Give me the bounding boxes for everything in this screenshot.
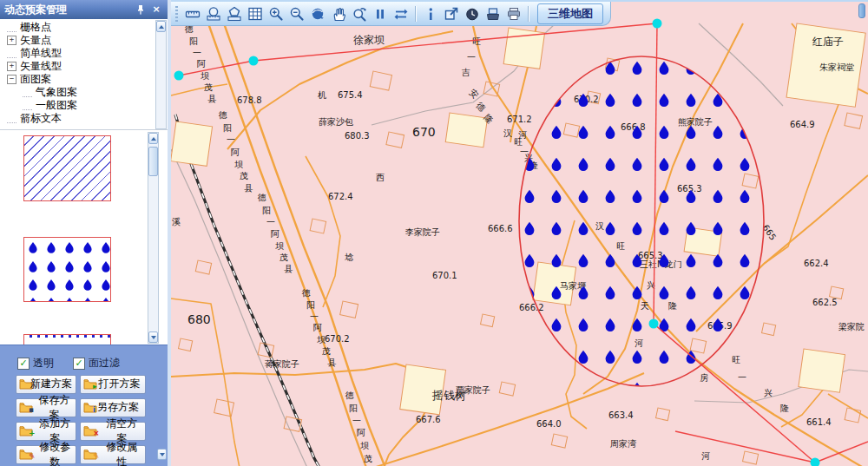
close-icon[interactable]: × [150, 3, 162, 16]
map-viewport[interactable]: 徐家坝红庙子朱家祠堂678.8机675.4薛家沙包680.3670671.267… [171, 0, 868, 466]
expand-icon[interactable]: + [7, 36, 16, 45]
plan-button-打开方案[interactable]: ▸打开方案 [80, 375, 146, 394]
badge-info-icon: i [93, 406, 95, 414]
save-icon[interactable] [483, 4, 503, 23]
plan-vertex-handle[interactable] [174, 71, 184, 81]
tree-scrollbar[interactable] [155, 20, 167, 129]
pattern-swatch-hatch[interactable] [23, 135, 111, 201]
plan-button-label: 新建方案 [30, 377, 72, 391]
tree-item-气象图案[interactable]: 气象图案 [0, 86, 153, 99]
pause-icon[interactable] [371, 4, 390, 23]
badge-save-icon: ▪ [29, 406, 34, 414]
toolbar-separator [528, 6, 529, 22]
pattern-scrollbar[interactable] [148, 132, 159, 344]
checkbox-box[interactable]: ✓ [73, 358, 85, 370]
impact-zone-circle[interactable] [519, 56, 764, 386]
map-label: 李家院子 [405, 227, 440, 237]
print-icon[interactable] [504, 4, 523, 23]
info-icon[interactable] [421, 4, 440, 23]
pattern-swatch-raindrop[interactable] [23, 237, 111, 302]
checkbox-box[interactable]: ✓ [17, 358, 30, 370]
map-label: 德 [218, 110, 227, 120]
tree-item-简单线型[interactable]: 简单线型 [0, 47, 153, 60]
tree-item-面图案[interactable]: −面图案 [0, 73, 153, 86]
tree-connector [23, 102, 32, 110]
map-label: 县 [327, 358, 337, 367]
pan-icon[interactable] [329, 4, 348, 23]
map-label: 一 [738, 372, 746, 382]
tree-item-矢量线型[interactable]: +矢量线型 [0, 60, 153, 73]
panel-scroll-down-icon[interactable] [157, 449, 167, 460]
export-icon[interactable] [442, 4, 461, 23]
raindrop-glyph [65, 261, 73, 272]
badge-edit-icon: ✎ [29, 453, 36, 461]
map-label: 663.4 [608, 410, 634, 420]
clock-icon[interactable] [463, 4, 482, 23]
plan-button-保存方案[interactable]: ▪保存方案 [16, 398, 76, 417]
pattern-scroll-thumb[interactable] [148, 147, 158, 176]
map-label: 河 [701, 451, 710, 461]
tree-item-一般图案[interactable]: 一般图案 [0, 99, 153, 112]
map-label: 阳 [349, 404, 358, 413]
map-3d-button[interactable]: 三维地图 [537, 3, 603, 24]
tree-connector [23, 89, 32, 97]
zoom-in-icon[interactable] [266, 4, 286, 23]
checkbox-面过滤[interactable]: ✓面过滤 [73, 356, 120, 371]
plan-buttons: 新建方案▸打开方案▪保存方案i另存方案+添加方案×清空方案✎修改参数✎修改属性 [16, 372, 155, 466]
map-label: 670.1 [432, 271, 457, 280]
expand-icon[interactable]: + [7, 62, 16, 71]
measure-polygon-icon[interactable] [225, 4, 244, 23]
map-label: 徐家坝 [353, 34, 385, 46]
raindrop-glyph [29, 242, 36, 253]
filter-options: ✓透明✓面过滤 [17, 356, 120, 371]
map-label: 坝 [360, 441, 369, 450]
plan-button-修改参数[interactable]: ✎修改参数 [16, 445, 76, 464]
map-label: 摇钱树 [431, 389, 466, 402]
pattern-scroll-up-icon[interactable] [148, 133, 158, 144]
tree-item-箭标文本[interactable]: 箭标文本 [0, 112, 153, 125]
plan-vertex-handle[interactable] [249, 56, 259, 66]
globe-icon[interactable] [308, 4, 327, 23]
tree-item-栅格点[interactable]: 栅格点 [0, 21, 153, 34]
map-label: 678.8 [237, 95, 262, 105]
layer-tree: 栅格点+矢量点简单线型+矢量线型−面图案气象图案一般图案箭标文本 [0, 19, 153, 129]
map-label: 县 [207, 94, 217, 103]
plan-vertex-handle[interactable] [653, 19, 662, 29]
map-label: 664.0 [536, 419, 562, 429]
map-label: 茂 [322, 346, 331, 356]
swap-icon[interactable] [391, 4, 411, 23]
plan-button-清空方案[interactable]: ×清空方案 [80, 422, 146, 441]
badge-clear-icon: × [93, 430, 100, 437]
map-label: 朱家祠堂 [819, 62, 854, 72]
pin-icon[interactable] [135, 3, 147, 16]
map-label: 坝 [234, 160, 243, 169]
toolbar-grip[interactable] [175, 6, 178, 22]
map-scroll-handle[interactable] [858, 3, 865, 18]
plan-button-添加方案[interactable]: +添加方案 [16, 422, 76, 441]
zoom-prev-icon[interactable] [350, 4, 369, 23]
collapse-icon[interactable]: − [7, 75, 16, 84]
map-label: 664.9 [790, 120, 815, 129]
plan-vertex-handle[interactable] [649, 319, 659, 329]
tree-item-矢量点[interactable]: +矢量点 [0, 34, 153, 47]
pattern-scroll-down-icon[interactable] [148, 331, 158, 343]
plan-button-修改属性[interactable]: ✎修改属性 [80, 445, 146, 464]
measure-distance-icon[interactable] [183, 4, 202, 23]
tree-connector [7, 49, 16, 58]
plan-button-label: 修改属性 [102, 440, 142, 466]
grid-icon[interactable] [246, 4, 265, 23]
map-label: 德 [474, 100, 488, 114]
tree-scroll-up-icon[interactable] [156, 21, 166, 32]
measure-round-icon[interactable] [204, 4, 223, 23]
checkbox-透明[interactable]: ✓透明 [17, 356, 54, 371]
map-label: 阿 [197, 59, 206, 69]
zoom-out-icon[interactable] [287, 4, 306, 23]
map-label: 阳 [306, 300, 315, 310]
map-label: 红庙子 [812, 36, 844, 48]
plan-button-新建方案[interactable]: 新建方案 [16, 375, 76, 394]
map-label: 一 [467, 52, 476, 62]
map-label: 茂 [364, 454, 372, 463]
plan-actions-panel: ✓透明✓面过滤 新建方案▸打开方案▪保存方案i另存方案+添加方案×清空方案✎修改… [0, 345, 168, 466]
plan-button-另存方案[interactable]: i另存方案 [80, 398, 146, 417]
map-canvas[interactable]: 徐家坝红庙子朱家祠堂678.8机675.4薛家沙包680.3670671.267… [171, 2, 868, 466]
